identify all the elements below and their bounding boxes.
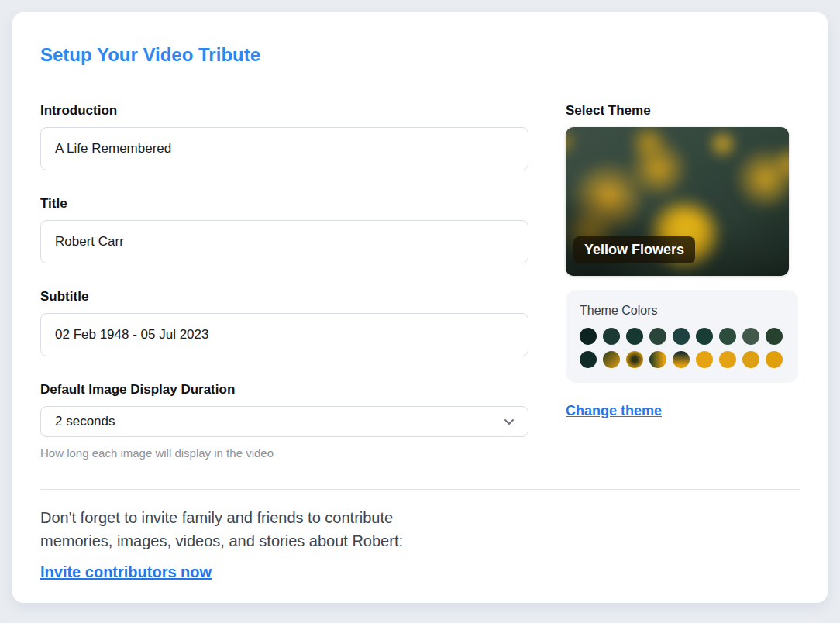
introduction-input[interactable]: [40, 127, 528, 170]
theme-color-swatch: [649, 351, 666, 368]
form-column: Introduction Title Subtitle Default Imag…: [40, 77, 528, 460]
theme-color-swatch: [580, 328, 597, 345]
theme-color-swatch: [696, 351, 713, 368]
subtitle-label: Subtitle: [40, 289, 528, 305]
title-input[interactable]: [40, 220, 528, 263]
theme-colors-row-1: [580, 328, 784, 345]
theme-color-swatch: [719, 328, 736, 345]
theme-color-swatch: [626, 328, 643, 345]
theme-colors-panel: Theme Colors: [566, 290, 798, 383]
theme-color-swatch: [649, 328, 666, 345]
invite-message: Don't forget to invite family and friend…: [40, 506, 800, 552]
chevron-down-icon: [501, 414, 517, 429]
invite-message-line-1: Don't forget to invite family and friend…: [40, 506, 800, 529]
subtitle-input[interactable]: [40, 313, 528, 356]
section-divider: [40, 489, 800, 490]
theme-color-swatch: [742, 328, 759, 345]
theme-colors-row-2: [580, 351, 784, 368]
duration-select[interactable]: 2 seconds: [40, 406, 528, 437]
duration-help-text: How long each image will display in the …: [40, 446, 528, 460]
setup-card: Setup Your Video Tribute Introduction Ti…: [12, 12, 828, 603]
theme-color-swatch: [580, 351, 597, 368]
theme-colors-label: Theme Colors: [580, 303, 784, 318]
page-title: Setup Your Video Tribute: [40, 43, 800, 67]
select-theme-label: Select Theme: [566, 103, 798, 119]
theme-color-swatch: [603, 351, 620, 368]
duration-selected-value: 2 seconds: [55, 414, 115, 429]
invite-message-line-2: memories, images, videos, and stories ab…: [40, 529, 800, 552]
theme-color-swatch: [742, 351, 759, 368]
theme-color-swatch: [696, 328, 713, 345]
content: Introduction Title Subtitle Default Imag…: [40, 77, 800, 460]
theme-color-swatch: [719, 351, 736, 368]
change-theme-link[interactable]: Change theme: [566, 402, 662, 419]
introduction-label: Introduction: [40, 103, 528, 119]
theme-color-swatch: [766, 351, 783, 368]
theme-color-swatch: [766, 328, 783, 345]
theme-color-swatch: [673, 328, 690, 345]
theme-color-swatch: [673, 351, 690, 368]
duration-label: Default Image Display Duration: [40, 382, 528, 398]
theme-name-badge: Yellow Flowers: [573, 236, 695, 263]
theme-column: Select Theme Yellow Flowers Theme Colors…: [566, 77, 798, 460]
theme-color-swatch: [626, 351, 643, 368]
theme-preview-card[interactable]: Yellow Flowers: [566, 127, 789, 276]
invite-contributors-link[interactable]: Invite contributors now: [40, 563, 212, 582]
theme-color-swatch: [603, 328, 620, 345]
title-label: Title: [40, 196, 528, 212]
